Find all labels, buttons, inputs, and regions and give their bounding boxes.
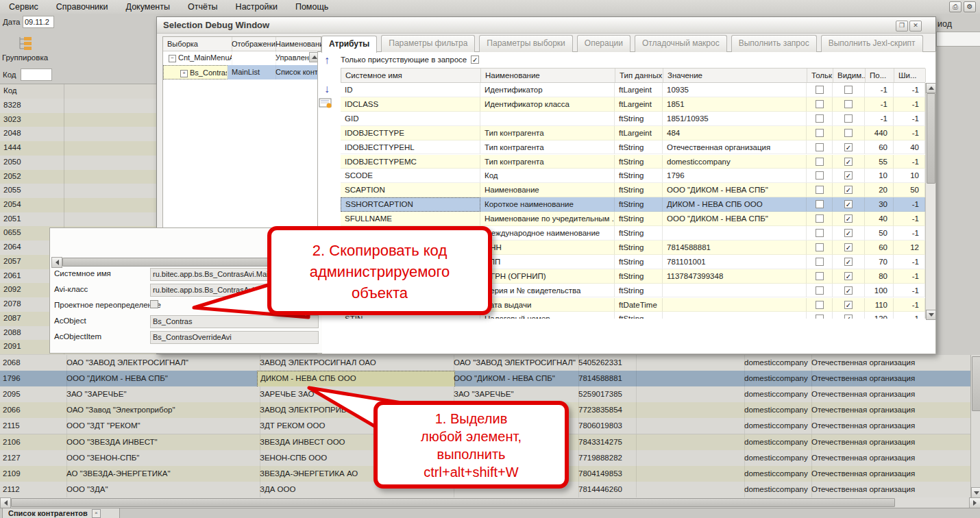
attr-cell-name[interactable]: Наименование bbox=[480, 183, 615, 197]
attr-cell-width[interactable]: -1 bbox=[894, 83, 925, 97]
attr-cell-type[interactable]: ftString bbox=[615, 241, 663, 255]
checkbox[interactable] bbox=[816, 114, 824, 123]
tree-cell-display[interactable]: MainList bbox=[228, 65, 276, 79]
attr-cell-sys[interactable]: SFULLNAME bbox=[341, 212, 480, 226]
table-row[interactable]: 1796ООО "ДИКОМ - НЕВА СПБ"ДИКОМ - НЕВА С… bbox=[0, 371, 980, 387]
attr-row[interactable]: SCODEКодftString1796✓1010 bbox=[341, 169, 925, 183]
cell-type_name[interactable]: Отечественная организация bbox=[809, 386, 974, 402]
attr-cell-type[interactable]: ftLargeint bbox=[615, 126, 663, 140]
checkbox[interactable] bbox=[816, 100, 824, 108]
attr-cell-pos[interactable]: -1 bbox=[865, 83, 894, 97]
tree-column-header[interactable]: Выборка bbox=[163, 37, 232, 51]
checkbox[interactable]: ✓ bbox=[844, 272, 853, 280]
checkbox[interactable]: ✓ bbox=[844, 171, 853, 180]
attr-cell-sys[interactable]: IDOBJECTTYPE bbox=[341, 126, 480, 140]
attr-cell-width[interactable]: -1 bbox=[894, 284, 925, 298]
tab-item[interactable]: Параметры выборки bbox=[479, 35, 572, 52]
attr-cell-pos[interactable]: 40 bbox=[865, 212, 894, 226]
attr-cell-value[interactable]: 484 bbox=[663, 126, 807, 140]
attr-cell-value[interactable]: ООО "ДИКОМ - НЕВА СПБ" bbox=[663, 212, 807, 226]
attr-cell-pos[interactable]: -1 bbox=[865, 97, 894, 112]
print-button[interactable]: ⎙ bbox=[949, 1, 961, 12]
checkbox[interactable] bbox=[844, 114, 853, 123]
tab-item[interactable]: Операции bbox=[577, 35, 630, 52]
attr-cell-name[interactable]: Налоговый номер bbox=[480, 312, 615, 319]
attr-cell-value[interactable] bbox=[663, 298, 807, 312]
cell-inn[interactable]: 7814446260 bbox=[576, 482, 637, 497]
attr-cell-only[interactable] bbox=[807, 197, 833, 212]
checkbox[interactable]: ✓ bbox=[844, 258, 853, 266]
code-cell[interactable]: 2050 bbox=[3, 158, 21, 166]
cell-type_code[interactable]: domesticcompany bbox=[742, 386, 812, 402]
cell-blank[interactable] bbox=[633, 482, 745, 497]
attr-cell-value[interactable]: 1851/10935 bbox=[663, 112, 807, 126]
cell-blank[interactable] bbox=[633, 386, 745, 402]
attr-cell-name[interactable]: Идентификатор bbox=[480, 83, 615, 97]
attr-cell-visible[interactable]: ✓ bbox=[833, 241, 865, 255]
attr-cell-only[interactable] bbox=[807, 212, 833, 226]
period-field-fragment[interactable] bbox=[936, 32, 980, 47]
attr-cell-sys[interactable]: GID bbox=[341, 112, 480, 126]
cell-name[interactable]: ООО "ЗЕНОН-СПБ" bbox=[64, 450, 260, 466]
maximize-button[interactable]: ❐ bbox=[896, 21, 908, 32]
attr-cell-only[interactable] bbox=[807, 140, 833, 155]
checkbox[interactable] bbox=[816, 200, 824, 208]
cell-type_code[interactable]: domesticcompany bbox=[742, 482, 812, 497]
attr-column-header[interactable]: Видим... bbox=[833, 69, 866, 82]
cell-type_name[interactable]: Отечественная организация bbox=[809, 482, 974, 497]
scroll-up-button[interactable] bbox=[926, 83, 936, 93]
checkbox[interactable] bbox=[844, 129, 853, 137]
table-row[interactable]: 2048 bbox=[0, 127, 156, 142]
checkbox[interactable]: ✓ bbox=[844, 314, 853, 319]
attr-cell-sys[interactable]: SCAPTION bbox=[341, 183, 480, 197]
code-cell[interactable]: 2048 bbox=[3, 129, 21, 137]
attr-cell-pos[interactable]: 55 bbox=[865, 155, 894, 169]
attr-cell-value[interactable]: 781101001 bbox=[663, 255, 807, 269]
checkbox[interactable]: ✓ bbox=[844, 186, 853, 194]
tree-column-header[interactable]: Отображение bbox=[228, 37, 276, 51]
cell-blank[interactable] bbox=[633, 355, 745, 371]
code-cell[interactable]: 2088 bbox=[3, 328, 21, 336]
attr-cell-only[interactable] bbox=[807, 241, 833, 255]
menu-item[interactable]: Справочники bbox=[47, 2, 117, 12]
attr-column-header[interactable]: Ши... bbox=[894, 69, 926, 82]
attr-cell-name[interactable]: Тип контрагента bbox=[480, 155, 615, 169]
filter-checkbox[interactable]: ✓ bbox=[471, 56, 479, 64]
cell-type_code[interactable]: domesticcompany bbox=[742, 371, 812, 386]
cell-type_name[interactable]: Отечественная организация bbox=[809, 434, 974, 450]
move-down-icon[interactable]: ↓ bbox=[324, 83, 330, 95]
attributes-vertical-scrollbar[interactable] bbox=[925, 83, 935, 319]
attr-row[interactable]: SFULLNAMEНаименование по учредительным .… bbox=[341, 212, 925, 226]
tree-row[interactable]: −Cnt_MainMenuAviУправление договорной .. bbox=[163, 51, 321, 65]
checkbox[interactable] bbox=[816, 129, 824, 137]
attr-cell-visible[interactable]: ✓ bbox=[833, 312, 865, 319]
tab-active[interactable]: Атрибуты bbox=[321, 36, 377, 53]
table-row[interactable]: 2050 bbox=[0, 156, 156, 171]
tab-item[interactable]: Параметры фильтра bbox=[381, 35, 475, 52]
attr-column-header[interactable]: Тольк... bbox=[807, 69, 833, 82]
cell-type_name[interactable]: Отечественная организация bbox=[809, 402, 974, 418]
attr-cell-visible[interactable]: ✓ bbox=[833, 284, 865, 298]
checkbox[interactable]: ✓ bbox=[844, 214, 853, 223]
attr-cell-only[interactable] bbox=[807, 83, 833, 97]
cell-code[interactable]: 2112 bbox=[0, 482, 67, 497]
tree-cell-display[interactable] bbox=[228, 51, 276, 65]
attr-cell-width[interactable]: 40 bbox=[894, 140, 925, 155]
cell-code[interactable]: 2066 bbox=[0, 402, 67, 418]
attr-cell-name[interactable]: Тип контрагента bbox=[480, 126, 615, 140]
attr-cell-name[interactable]: КПП bbox=[480, 255, 615, 269]
cell-inn[interactable]: 5405262331 bbox=[576, 355, 637, 371]
attr-cell-visible[interactable]: ✓ bbox=[833, 155, 865, 169]
cell-inn[interactable]: 5259017385 bbox=[576, 386, 637, 402]
cell-short_name[interactable]: ЗАВОД ЭЛЕКТРОСИГНАЛ ОАО bbox=[257, 355, 454, 371]
cell-full_name[interactable]: ЗАО "ЗАРЕЧЬЕ" bbox=[451, 386, 579, 402]
cell-code[interactable]: 2115 bbox=[0, 418, 67, 434]
attr-cell-visible[interactable]: ✓ bbox=[833, 169, 865, 183]
cell-name[interactable]: ЗАО "ЗАРЕЧЬЕ" bbox=[64, 386, 260, 402]
checkbox[interactable] bbox=[816, 272, 824, 280]
attr-cell-width[interactable]: -1 bbox=[894, 312, 925, 319]
cell-type_name[interactable]: Отечественная организация bbox=[809, 450, 974, 466]
attr-cell-type[interactable]: ftString bbox=[615, 183, 663, 197]
settings-button[interactable]: ⚙ bbox=[964, 1, 976, 12]
attr-cell-pos[interactable]: 80 bbox=[865, 269, 894, 284]
